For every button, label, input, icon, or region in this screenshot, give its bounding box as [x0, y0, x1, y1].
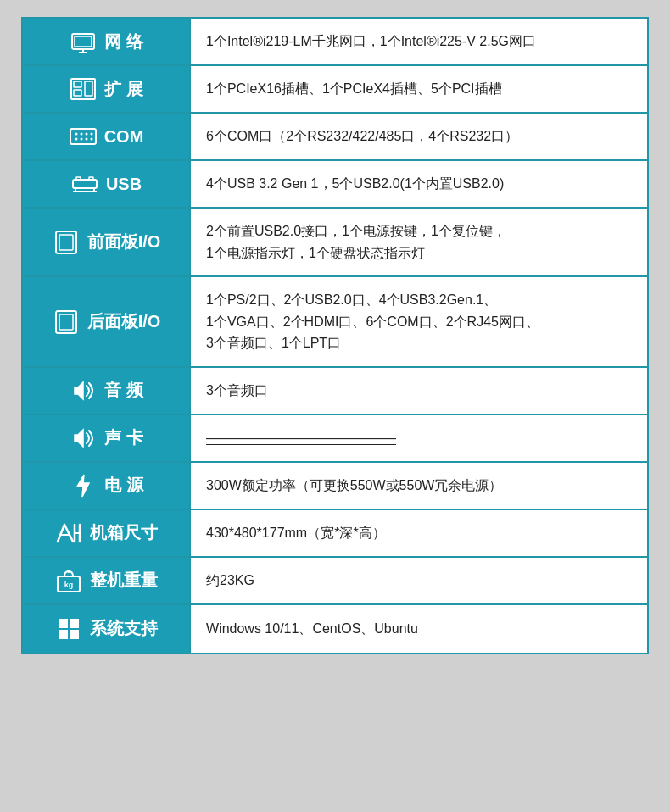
svg-rect-39: [59, 630, 68, 639]
row-audio: 音 频3个音频口: [23, 368, 647, 415]
row-chassis: 机箱尺寸430*480*177mm（宽*深*高）: [23, 510, 647, 558]
com-icon: [69, 122, 98, 151]
svg-point-11: [85, 133, 87, 136]
label-text-chassis: 机箱尺寸: [90, 521, 158, 544]
label-cell-com: COM: [23, 114, 191, 159]
label-text-usb: USB: [106, 175, 142, 194]
value-cell-com: 6个COM口（2个RS232/422/485口，4个RS232口）: [191, 114, 647, 159]
value-cell-front-panel: 2个前置USB2.0接口，1个电源按键，1个复位键，1个电源指示灯，1个硬盘状态…: [191, 209, 647, 275]
expand-icon: [69, 75, 98, 103]
row-network: 网 络1个Intel®i219-LM千兆网口，1个Intel®i225-V 2.…: [23, 19, 647, 66]
rearpanel-icon: [52, 308, 81, 336]
label-text-network: 网 络: [104, 31, 143, 53]
label-text-weight: 整机重量: [90, 569, 158, 592]
svg-point-12: [90, 133, 92, 136]
value-cell-weight: 约23KG: [191, 558, 647, 603]
row-os: 系统支持Windows 10/11、CentOS、Ubuntu: [23, 605, 647, 653]
label-text-rear-panel: 后面板I/O: [87, 310, 161, 333]
value-text-usb: 4个USB 3.2 Gen 1，5个USB2.0(1个内置USB2.0): [206, 173, 504, 195]
svg-rect-5: [74, 81, 81, 87]
usb-icon: [70, 170, 99, 198]
row-expansion: 扩 展1个PCIeX16插槽、1个PCIeX4插槽、5个PCI插槽: [23, 66, 647, 114]
value-text-power: 300W额定功率（可更换550W或550W冗余电源）: [206, 475, 502, 497]
svg-rect-1: [75, 36, 92, 47]
os-icon: [54, 615, 83, 643]
value-text-audio: 3个音频口: [206, 380, 268, 402]
value-text-front-panel: 2个前置USB2.0接口，1个电源按键，1个复位键，1个电源指示灯，1个硬盘状态…: [206, 220, 506, 264]
row-rear-panel: 后面板I/O1个PS/2口、2个USB2.0口、4个USB3.2Gen.1、1个…: [23, 277, 647, 368]
soundcard-icon: [69, 424, 98, 453]
label-cell-os: 系统支持: [23, 605, 191, 653]
label-cell-power: 电 源: [23, 463, 191, 509]
value-cell-power: 300W额定功率（可更换550W或550W冗余电源）: [191, 463, 647, 509]
svg-point-35: [67, 570, 70, 573]
svg-point-9: [75, 133, 77, 136]
svg-rect-7: [85, 81, 92, 96]
svg-point-14: [80, 138, 82, 141]
value-text-soundcard: ——————————————: [206, 427, 396, 449]
svg-line-28: [58, 525, 64, 542]
label-text-com: COM: [104, 127, 144, 147]
svg-rect-17: [73, 180, 97, 188]
svg-point-15: [85, 138, 87, 141]
frontpanel-icon: [52, 228, 81, 257]
value-text-rear-panel: 1个PS/2口、2个USB2.0口、4个USB3.2Gen.1、1个VGA口、2…: [206, 289, 539, 354]
label-text-os: 系统支持: [90, 617, 158, 640]
svg-point-16: [90, 138, 92, 141]
value-cell-audio: 3个音频口: [191, 368, 647, 414]
svg-rect-37: [59, 619, 68, 628]
value-text-os: Windows 10/11、CentOS、Ubuntu: [206, 618, 418, 640]
network-icon: [69, 27, 98, 56]
svg-rect-18: [76, 177, 81, 180]
svg-rect-26: [59, 314, 73, 330]
value-text-expansion: 1个PCIeX16插槽、1个PCIeX4插槽、5个PCI插槽: [206, 78, 502, 100]
value-cell-network: 1个Intel®i219-LM千兆网口，1个Intel®i225-V 2.5G网…: [191, 19, 647, 64]
label-cell-soundcard: 声 卡: [23, 415, 191, 461]
svg-rect-38: [70, 619, 79, 628]
value-text-network: 1个Intel®i219-LM千兆网口，1个Intel®i225-V 2.5G网…: [206, 31, 536, 53]
label-cell-expansion: 扩 展: [23, 66, 191, 112]
label-cell-front-panel: 前面板I/O: [23, 209, 191, 275]
svg-text:kg: kg: [64, 581, 74, 589]
row-soundcard: 声 卡——————————————: [23, 415, 647, 463]
label-text-audio: 音 频: [104, 379, 143, 402]
svg-rect-6: [74, 90, 81, 96]
value-text-weight: 约23KG: [206, 570, 254, 592]
value-text-chassis: 430*480*177mm（宽*深*高）: [206, 522, 386, 544]
value-cell-rear-panel: 1个PS/2口、2个USB2.0口、4个USB3.2Gen.1、1个VGA口、2…: [191, 277, 647, 366]
specs-table: 网 络1个Intel®i219-LM千兆网口，1个Intel®i225-V 2.…: [21, 17, 649, 654]
value-cell-chassis: 430*480*177mm（宽*深*高）: [191, 510, 647, 556]
row-power: 电 源300W额定功率（可更换550W或550W冗余电源）: [23, 463, 647, 510]
label-text-expansion: 扩 展: [104, 78, 143, 101]
svg-rect-8: [70, 129, 96, 144]
row-weight: kg 整机重量约23KG: [23, 558, 647, 605]
weight-icon: kg: [54, 566, 83, 595]
power-icon: [69, 471, 98, 500]
chassis-icon: [54, 519, 83, 548]
value-cell-usb: 4个USB 3.2 Gen 1，5个USB2.0(1个内置USB2.0): [191, 161, 647, 207]
svg-line-29: [64, 525, 73, 542]
value-cell-os: Windows 10/11、CentOS、Ubuntu: [191, 605, 647, 653]
audio-icon: [69, 376, 98, 405]
row-com: COM6个COM口（2个RS232/422/485口，4个RS232口）: [23, 114, 647, 161]
value-text-com: 6个COM口（2个RS232/422/485口，4个RS232口）: [206, 125, 518, 147]
row-usb: USB4个USB 3.2 Gen 1，5个USB2.0(1个内置USB2.0): [23, 161, 647, 209]
value-cell-soundcard: ——————————————: [191, 415, 647, 461]
svg-point-10: [80, 133, 82, 136]
svg-point-13: [75, 138, 77, 141]
row-front-panel: 前面板I/O2个前置USB2.0接口，1个电源按键，1个复位键，1个电源指示灯，…: [23, 209, 647, 277]
label-cell-chassis: 机箱尺寸: [23, 510, 191, 556]
label-cell-audio: 音 频: [23, 368, 191, 414]
label-cell-weight: kg 整机重量: [23, 558, 191, 603]
label-text-power: 电 源: [104, 474, 143, 497]
label-cell-rear-panel: 后面板I/O: [23, 277, 191, 366]
svg-marker-27: [77, 475, 89, 497]
label-text-front-panel: 前面板I/O: [87, 231, 161, 253]
svg-rect-40: [70, 630, 79, 639]
label-cell-network: 网 络: [23, 19, 191, 64]
label-cell-usb: USB: [23, 161, 191, 207]
svg-rect-19: [89, 177, 93, 180]
label-text-soundcard: 声 卡: [104, 426, 143, 449]
value-cell-expansion: 1个PCIeX16插槽、1个PCIeX4插槽、5个PCI插槽: [191, 66, 647, 112]
svg-rect-24: [59, 235, 73, 250]
